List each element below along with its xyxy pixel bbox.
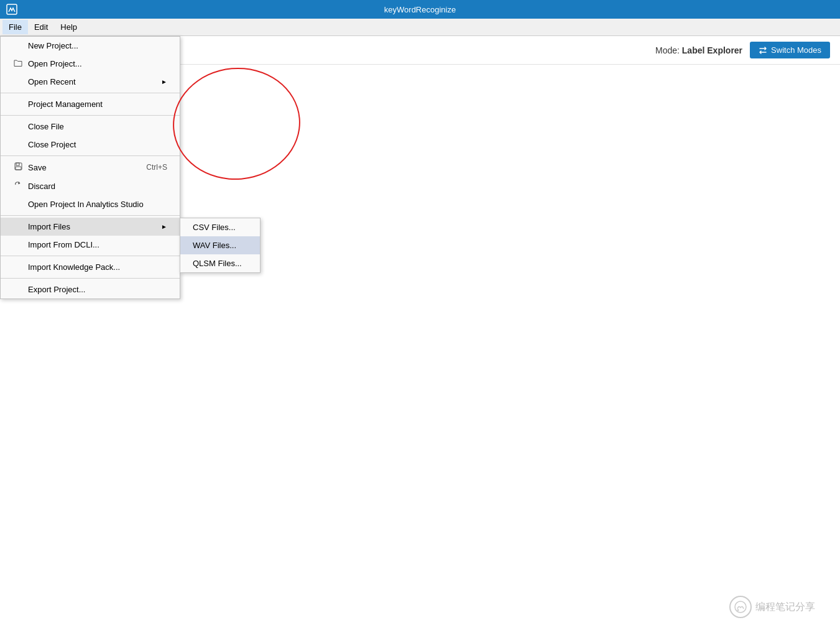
menu-export-project[interactable]: Export Project... [1,280,180,298]
separator-6 [1,278,180,279]
app-title: keyWordRecoginize [384,5,456,14]
separator-5 [1,256,180,256]
save-icon [13,162,23,172]
svg-rect-2 [16,163,19,165]
menu-close-project[interactable]: Close Project [1,136,180,154]
menu-project-management[interactable]: Project Management [1,95,180,113]
app-logo [6,4,17,15]
file-dropdown-menu: New Project... Open Project... Open Rece… [0,36,180,299]
menu-import-files[interactable]: Import Files ► CSV Files... WAV Files...… [1,218,180,236]
svg-rect-0 [7,4,17,14]
import-files-arrow: ► [161,223,167,230]
menu-bar: File Edit Help New Project... Open Proje… [0,19,840,36]
separator-2 [1,115,180,116]
svg-point-5 [737,609,739,611]
menu-discard[interactable]: Discard [1,177,180,195]
svg-point-4 [735,601,746,613]
open-recent-arrow: ► [161,78,167,85]
watermark: 编程笔记分享 [729,596,815,618]
menu-open-project[interactable]: Open Project... [1,55,180,73]
menu-help[interactable]: Help [54,20,83,34]
title-bar: keyWordRecoginize [0,0,840,19]
mode-label: Mode: Label Explorer [655,45,742,55]
submenu-qlsm-files[interactable]: QLSM Files... [180,254,260,272]
discard-icon [13,181,23,191]
menu-file[interactable]: File [2,20,28,34]
open-project-icon [13,59,23,68]
separator-1 [1,93,180,93]
watermark-icon [729,596,752,618]
annotation-circle [168,62,305,185]
separator-4 [1,215,180,216]
import-submenu: CSV Files... WAV Files... QLSM Files... [180,218,261,273]
switch-modes-button[interactable]: Switch Modes [750,42,830,58]
separator-3 [1,155,180,156]
menu-open-analytics[interactable]: Open Project In Analytics Studio [1,195,180,213]
save-shortcut: Ctrl+S [146,163,167,172]
menu-import-dcli[interactable]: Import From DCLI... [1,236,180,254]
submenu-csv-files[interactable]: CSV Files... [180,218,260,236]
switch-icon [759,46,767,55]
submenu-wav-files[interactable]: WAV Files... [180,236,260,254]
menu-save[interactable]: Save Ctrl+S [1,158,180,177]
menu-close-file[interactable]: Close File [1,118,180,136]
menu-import-knowledge[interactable]: Import Knowledge Pack... [1,258,180,276]
menu-new-project[interactable]: New Project... [1,37,180,55]
menu-edit[interactable]: Edit [28,20,54,34]
menu-open-recent[interactable]: Open Recent ► [1,73,180,91]
svg-rect-3 [16,167,21,170]
